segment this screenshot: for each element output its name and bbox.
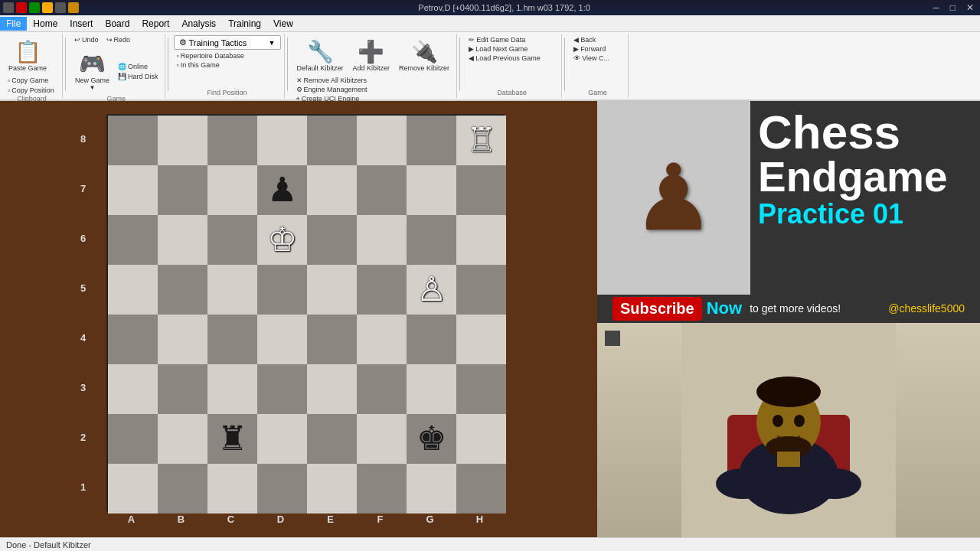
sq-d2[interactable] xyxy=(257,414,307,464)
chessboard[interactable]: ♖ ♟ ♔ xyxy=(106,114,505,512)
sq-e4[interactable] xyxy=(307,315,357,364)
sq-h5[interactable] xyxy=(456,265,506,315)
sq-f7[interactable] xyxy=(357,165,407,215)
undo-button[interactable]: ↩ Undo xyxy=(71,35,102,44)
sq-d1[interactable] xyxy=(257,464,307,514)
sq-d3[interactable] xyxy=(257,364,307,414)
subscribe-button[interactable]: Subscribe xyxy=(612,297,702,321)
sq-e5[interactable] xyxy=(307,265,357,315)
menu-insert[interactable]: Insert xyxy=(64,17,99,31)
sq-c5[interactable] xyxy=(207,265,257,315)
sq-a7[interactable] xyxy=(108,165,158,215)
menu-board[interactable]: Board xyxy=(99,17,136,31)
sq-b3[interactable] xyxy=(158,364,207,414)
sq-b2[interactable] xyxy=(158,414,207,464)
new-game-dropdown[interactable]: ▼ xyxy=(90,84,96,91)
copy-position-button[interactable]: ▫ Copy Position xyxy=(5,86,57,95)
sq-a6[interactable] xyxy=(108,215,158,265)
edit-game-data-button[interactable]: ✏ Edit Game Data xyxy=(466,35,528,44)
sq-e6[interactable] xyxy=(307,215,357,265)
sq-h8[interactable]: ♖ xyxy=(456,116,506,165)
sq-e8[interactable] xyxy=(307,116,357,165)
sq-e3[interactable] xyxy=(307,364,357,414)
menu-home[interactable]: Home xyxy=(27,17,64,31)
menu-training[interactable]: Training xyxy=(222,17,267,31)
menu-analysis[interactable]: Analysis xyxy=(175,17,222,31)
sq-d4[interactable] xyxy=(257,315,307,364)
minimize-btn[interactable]: ─ xyxy=(929,2,942,13)
forward-button[interactable]: ▶ Forward xyxy=(570,44,609,54)
sq-c6[interactable] xyxy=(207,215,257,265)
sq-g3[interactable] xyxy=(407,364,456,414)
paste-game-button[interactable]: 📋 Paste Game xyxy=(5,35,51,76)
back-button[interactable]: ◀ Back xyxy=(570,35,599,44)
sq-b6[interactable] xyxy=(158,215,207,265)
load-next-game-button[interactable]: ▶ Load Next Game xyxy=(466,44,531,54)
sq-g1[interactable] xyxy=(407,464,456,514)
online-button[interactable]: 🌐 Online xyxy=(115,62,162,71)
sq-h3[interactable] xyxy=(456,364,506,414)
in-this-game-button[interactable]: ▫ In this Game xyxy=(174,60,223,70)
sq-c1[interactable] xyxy=(207,464,257,514)
sq-h4[interactable] xyxy=(456,315,506,364)
sq-f6[interactable] xyxy=(357,215,407,265)
sq-e1[interactable] xyxy=(307,464,357,514)
view-c-button[interactable]: 👁 View C... xyxy=(570,54,612,63)
training-tactics-dropdown[interactable]: ⚙ Training Tactics ▼ xyxy=(174,35,281,50)
hard-disk-button[interactable]: 💾 Hard Disk xyxy=(115,72,162,81)
engine-management-button[interactable]: ⚙ Engine Management xyxy=(293,85,371,94)
copy-game-button[interactable]: ▫ Copy Game xyxy=(5,76,57,85)
sq-c2[interactable]: ♜ xyxy=(207,414,257,464)
sq-f4[interactable] xyxy=(357,315,407,364)
repertoire-database-button[interactable]: ▫ Repertoire Database xyxy=(174,51,247,60)
sq-b1[interactable] xyxy=(158,464,207,514)
sq-g4[interactable] xyxy=(407,315,456,364)
remove-kibitzer-button[interactable]: 🔌 Remove Kibitzer xyxy=(395,35,453,76)
sq-f2[interactable] xyxy=(357,414,407,464)
sq-a8[interactable] xyxy=(108,116,158,165)
sq-f1[interactable] xyxy=(357,464,407,514)
menu-report[interactable]: Report xyxy=(136,17,175,31)
remove-all-kibitzers-button[interactable]: ✕ Remove All Kibitzers xyxy=(293,76,371,85)
sq-g8[interactable] xyxy=(407,116,456,165)
sq-g6[interactable] xyxy=(407,215,456,265)
load-previous-game-button[interactable]: ◀ Load Previous Game xyxy=(466,54,544,63)
sq-d8[interactable] xyxy=(257,116,307,165)
maximize-btn[interactable]: □ xyxy=(947,2,959,13)
sq-b5[interactable] xyxy=(158,265,207,315)
sq-g7[interactable] xyxy=(407,165,456,215)
sq-b8[interactable] xyxy=(158,116,207,165)
menu-view[interactable]: View xyxy=(267,17,299,31)
default-kibitzer-button[interactable]: 🔧 Default Kibitzer xyxy=(293,35,348,76)
sq-f5[interactable] xyxy=(357,265,407,315)
sq-h2[interactable] xyxy=(456,414,506,464)
sq-g2[interactable]: ♚ xyxy=(407,414,456,464)
add-kibitzer-button[interactable]: ➕ Add Kibitzer xyxy=(349,35,394,76)
sq-d6[interactable]: ♔ xyxy=(257,215,307,265)
redo-button[interactable]: ↪ Redo xyxy=(103,35,134,44)
sq-f8[interactable] xyxy=(357,116,407,165)
sq-a2[interactable] xyxy=(108,414,158,464)
sq-a1[interactable] xyxy=(108,464,158,514)
sq-d5[interactable] xyxy=(257,265,307,315)
sq-h1[interactable] xyxy=(456,464,506,514)
sq-c3[interactable] xyxy=(207,364,257,414)
sq-f3[interactable] xyxy=(357,364,407,414)
sq-b7[interactable] xyxy=(158,165,207,215)
sq-c7[interactable] xyxy=(207,165,257,215)
sq-c8[interactable] xyxy=(207,116,257,165)
sq-c4[interactable] xyxy=(207,315,257,364)
sq-e2[interactable] xyxy=(307,414,357,464)
sq-a4[interactable] xyxy=(108,315,158,364)
sq-g5[interactable]: ♙ xyxy=(407,265,456,315)
sq-h6[interactable] xyxy=(456,215,506,265)
sq-e7[interactable] xyxy=(307,165,357,215)
sq-h7[interactable] xyxy=(456,165,506,215)
sq-a5[interactable] xyxy=(108,265,158,315)
sq-b4[interactable] xyxy=(158,315,207,364)
new-game-button[interactable]: 🎮 New Game ▼ xyxy=(71,47,113,95)
sq-a3[interactable] xyxy=(108,364,158,414)
sq-d7[interactable]: ♟ xyxy=(257,165,307,215)
menu-file[interactable]: File xyxy=(0,17,27,31)
close-btn[interactable]: ✕ xyxy=(963,2,977,13)
